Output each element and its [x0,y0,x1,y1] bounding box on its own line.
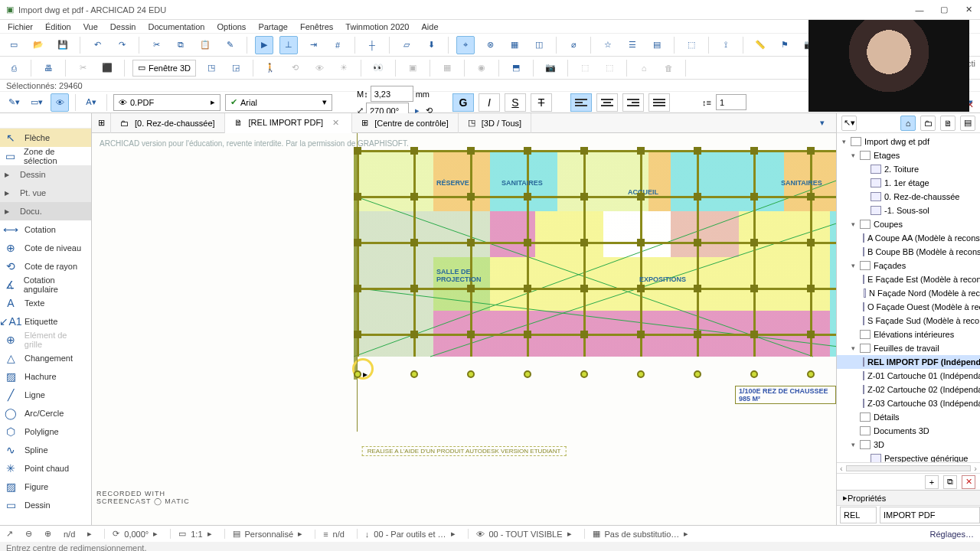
align-right-button[interactable] [622,93,644,112]
plane-icon[interactable]: ▱ [397,36,416,54]
save-icon[interactable]: 💾 [54,36,72,54]
nav-new-icon[interactable]: + [925,475,939,489]
photo-icon[interactable]: 📷 [541,59,560,77]
nav-publisher-icon[interactable]: ▤ [960,116,975,131]
elevation-icon[interactable]: ⬛ [98,59,116,77]
trace-icon[interactable]: ⬚ [682,36,701,54]
tool-figure[interactable]: ▨Figure [0,478,91,496]
rail-icon[interactable]: ⬚ [600,59,619,77]
fenetre3d-button[interactable]: ▭Fenêtre 3D [132,60,196,77]
menu-partage[interactable]: Partage [258,22,288,31]
menu-fichier[interactable]: Fichier [8,22,33,31]
font-size-input[interactable] [371,86,413,102]
bold-button[interactable]: G [452,93,474,112]
close-window-button[interactable]: ✕ [963,5,974,15]
menu-documentation[interactable]: Documentation [148,22,204,31]
eyedropper-icon[interactable]: ✎ [220,36,239,54]
tool-cotation[interactable]: ⟷Cotation [0,220,91,239]
font-combo[interactable]: ✔Arial ▾ [225,94,332,111]
tool-arc[interactable]: ◯Arc/Cercle [0,404,91,422]
tool-spline[interactable]: ∿Spline [0,441,91,459]
tab-close-icon[interactable]: ✕ [329,118,342,128]
tool-coterayon[interactable]: ⟲Cote de rayon [0,257,91,276]
orbit-icon[interactable]: ⟲ [286,59,304,77]
align-left-button[interactable] [570,93,592,112]
copy-icon[interactable]: ⧉ [172,36,190,54]
tool-etiquette[interactable]: ↙A1Etiquette [0,312,91,331]
element-settings-icon[interactable]: ✎▾ [5,93,23,112]
menu-twinmotion[interactable]: Twinmotion 2020 [345,22,409,31]
tool-section-docu[interactable]: Docu. [0,202,91,220]
nav-viewmap-icon[interactable]: 🗀 [920,116,936,131]
align-justify-button[interactable] [648,93,670,112]
schedule-icon[interactable]: ▤ [648,36,666,54]
snap-intersect-icon[interactable]: ⊗ [481,36,499,54]
tab-rel-import-pdf[interactable]: 🗎[REL IMPORT PDF]✕ [225,113,353,133]
suspend-groups-icon[interactable]: ⌀ [564,36,583,54]
strike-button[interactable]: T [531,93,552,112]
nav-select-icon[interactable]: ↖▾ [841,116,857,131]
tool-coteniveau[interactable]: ⊕Cote de niveau [0,239,91,257]
underline-button[interactable]: S [505,93,526,112]
zoom-in-icon[interactable]: ⊕ [44,529,51,539]
sun-icon[interactable]: ☀ [335,59,353,77]
tool-coteang[interactable]: ∡Cotation angulaire [0,276,91,294]
tab-grid-icon[interactable]: ⊞ [92,113,111,133]
basket-icon[interactable]: 🗑 [659,59,678,77]
list-icon[interactable]: ☰ [623,36,642,54]
nav-delete-icon[interactable]: ✕ [962,475,975,489]
section-icon[interactable]: ✂ [74,59,92,77]
tool-polyligne[interactable]: ⬡Polyligne [0,422,91,441]
gravity-icon[interactable]: ⬇ [422,36,440,54]
menu-aide[interactable]: Aide [422,22,439,31]
tool-dessin[interactable]: ▭Dessin [0,496,91,514]
tab-rdc[interactable]: 🗀[0. Rez-de-chaussée] [111,113,225,133]
layer-combo[interactable]: 👁0.PDF ▸ [113,94,220,111]
snap-perp-icon[interactable]: ⊥ [279,36,298,54]
maximize-button[interactable]: ▢ [939,5,949,15]
menu-dessin[interactable]: Dessin [110,22,136,31]
new-icon[interactable]: ▭ [5,36,23,54]
render-icon[interactable]: ◉ [472,59,491,77]
layer-visibility-icon[interactable]: 👁 [51,93,69,112]
nav-copy-icon[interactable]: ⧉ [943,475,957,489]
ruler-icon[interactable]: ⟟ [717,36,735,54]
undo-icon[interactable]: ↶ [88,36,106,54]
redo-icon[interactable]: ↷ [113,36,131,54]
tool-hachure[interactable]: ▨Hachure [0,367,91,386]
tab-control-center[interactable]: ⊞[Centre de contrôle] [352,113,459,133]
zoom-arrow-icon[interactable]: ↗ [6,529,13,539]
measure-icon[interactable]: 📏 [751,36,769,54]
prop-id[interactable]: REL [840,507,877,523]
filter3d-icon[interactable]: ▦ [438,59,456,77]
linespacing-input[interactable] [716,94,746,110]
prop-name[interactable]: IMPORT PDF [880,507,980,523]
nav-layout-icon[interactable]: 🗎 [940,116,956,131]
tabs-overflow-icon[interactable]: ▾ [813,114,831,132]
menu-vue[interactable]: Vue [83,22,98,31]
italic-button[interactable]: I [479,93,500,112]
cutplane-icon[interactable]: ⬒ [507,59,525,77]
menu-options[interactable]: Options [217,22,246,31]
home-icon[interactable]: ⌂ [635,59,653,77]
align-center-button[interactable] [596,93,618,112]
nav-project-icon[interactable]: ⌂ [900,116,916,131]
grid-icon[interactable]: # [328,36,347,54]
stairs-icon[interactable]: ⬚ [576,59,594,77]
snap-edge-icon[interactable]: ◫ [530,36,548,54]
explore-icon[interactable]: 👁 [310,59,328,77]
tool-marquee[interactable]: ▭Zone de sélection [0,147,91,165]
cube-axo-icon[interactable]: ◲ [227,59,245,77]
snap-dist-icon[interactable]: ⇥ [304,36,322,54]
print-icon[interactable]: ⎙ [5,59,23,77]
drawing-canvas[interactable]: ARCHICAD version pour l'éducation, reven… [92,133,836,525]
cursor-mode-icon[interactable]: ▶ [255,36,273,54]
guide-icon[interactable]: ┼ [363,36,381,54]
marquee3d-icon[interactable]: ▣ [403,59,422,77]
look-icon[interactable]: 👀 [369,59,387,77]
minimize-button[interactable]: — [914,5,925,15]
plot-icon[interactable]: 🖶 [39,59,57,77]
navigator-tree[interactable]: ▾Import dwg et pdf ▾Etages 2. Toiture 1.… [837,133,980,462]
tool-texte[interactable]: ATexte [0,294,91,312]
settings-link[interactable]: Réglages… [930,530,974,539]
